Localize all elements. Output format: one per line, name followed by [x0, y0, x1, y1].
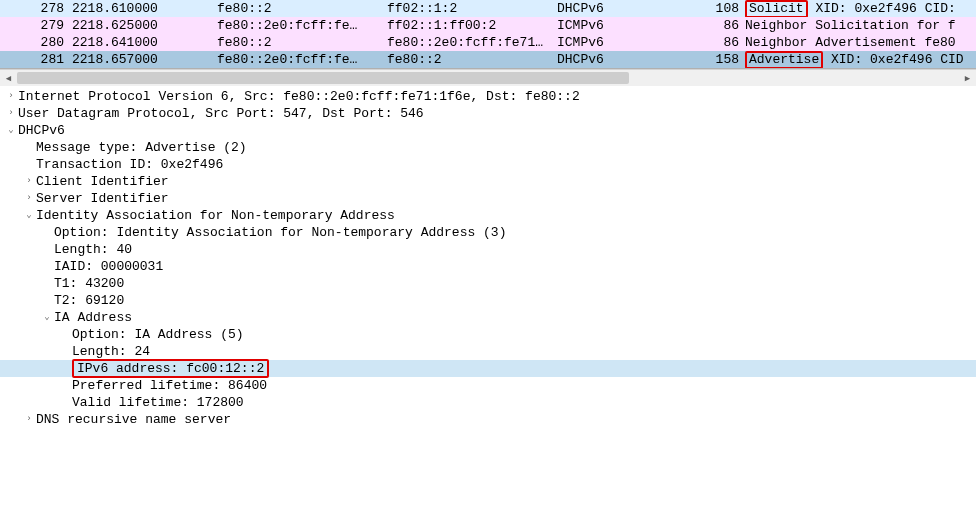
- highlight-advertise: Advertise: [745, 51, 823, 68]
- tree-label: Length: 40: [54, 241, 132, 258]
- col-protocol: DHCPv6: [555, 51, 695, 68]
- col-length: 108: [695, 0, 743, 17]
- col-info: Neighbor Advertisement fe80: [743, 34, 976, 51]
- tree-ia-addr-pref[interactable]: Preferred lifetime: 86400: [0, 377, 976, 394]
- tree-label: T2: 69120: [54, 292, 124, 309]
- tree-label: Transaction ID: 0xe2f496: [36, 156, 223, 173]
- tree-label: T1: 43200: [54, 275, 124, 292]
- col-protocol: ICMPv6: [555, 34, 695, 51]
- col-info: Solicit XID: 0xe2f496 CID:: [743, 0, 976, 17]
- tree-label: Length: 24: [72, 343, 150, 360]
- tree-msg-type[interactable]: Message type: Advertise (2): [0, 139, 976, 156]
- chevron-right-icon[interactable]: ›: [22, 175, 36, 189]
- tree-label: IAID: 00000031: [54, 258, 163, 275]
- col-number: 278: [0, 0, 70, 17]
- packet-row[interactable]: 280 2218.641000 fe80::2 fe80::2e0:fcff:f…: [0, 34, 976, 51]
- col-time: 2218.657000: [70, 51, 215, 68]
- tree-ia-na-option[interactable]: Option: Identity Association for Non-tem…: [0, 224, 976, 241]
- tree-label: DHCPv6: [18, 122, 65, 139]
- col-number: 280: [0, 34, 70, 51]
- col-time: 2218.625000: [70, 17, 215, 34]
- col-destination: ff02::1:2: [385, 0, 555, 17]
- tree-label: User Datagram Protocol, Src Port: 547, D…: [18, 105, 424, 122]
- col-number: 279: [0, 17, 70, 34]
- tree-client-id[interactable]: › Client Identifier: [0, 173, 976, 190]
- chevron-down-icon[interactable]: ⌄: [4, 124, 18, 138]
- col-length: 86: [695, 17, 743, 34]
- tree-txn-id[interactable]: Transaction ID: 0xe2f496: [0, 156, 976, 173]
- tree-ia-na-iaid[interactable]: IAID: 00000031: [0, 258, 976, 275]
- scroll-thumb[interactable]: [17, 72, 629, 84]
- tree-ia-na-t1[interactable]: T1: 43200: [0, 275, 976, 292]
- tree-ia-na[interactable]: ⌄ Identity Association for Non-temporary…: [0, 207, 976, 224]
- tree-label: Option: IA Address (5): [72, 326, 244, 343]
- chevron-right-icon[interactable]: ›: [22, 413, 36, 427]
- packet-list: 278 2218.610000 fe80::2 ff02::1:2 DHCPv6…: [0, 0, 976, 69]
- tree-ia-addr-length[interactable]: Length: 24: [0, 343, 976, 360]
- tree-label: Server Identifier: [36, 190, 169, 207]
- scroll-left-icon[interactable]: ◀: [0, 70, 17, 87]
- col-number: 281: [0, 51, 70, 68]
- col-info: Advertise XID: 0xe2f496 CID: [743, 51, 976, 68]
- tree-ia-address[interactable]: ⌄ IA Address: [0, 309, 976, 326]
- chevron-right-icon[interactable]: ›: [4, 90, 18, 104]
- tree-ipv6[interactable]: › Internet Protocol Version 6, Src: fe80…: [0, 88, 976, 105]
- tree-dhcpv6[interactable]: ⌄ DHCPv6: [0, 122, 976, 139]
- scroll-right-icon[interactable]: ▶: [959, 70, 976, 87]
- tree-label: IA Address: [54, 309, 132, 326]
- col-length: 86: [695, 34, 743, 51]
- tree-ia-addr-option[interactable]: Option: IA Address (5): [0, 326, 976, 343]
- tree-label: DNS recursive name server: [36, 411, 231, 428]
- col-destination: fe80::2: [385, 51, 555, 68]
- tree-label: Identity Association for Non-temporary A…: [36, 207, 395, 224]
- col-length: 158: [695, 51, 743, 68]
- chevron-down-icon[interactable]: ⌄: [40, 311, 54, 325]
- tree-ia-na-t2[interactable]: T2: 69120: [0, 292, 976, 309]
- tree-server-id[interactable]: › Server Identifier: [0, 190, 976, 207]
- tree-label: Client Identifier: [36, 173, 169, 190]
- chevron-right-icon[interactable]: ›: [22, 192, 36, 206]
- col-time: 2218.610000: [70, 0, 215, 17]
- chevron-right-icon[interactable]: ›: [4, 107, 18, 121]
- tree-label: Valid lifetime: 172800: [72, 394, 244, 411]
- packet-row[interactable]: 278 2218.610000 fe80::2 ff02::1:2 DHCPv6…: [0, 0, 976, 17]
- highlight-ipv6-address: IPv6 address: fc00:12::2: [72, 359, 269, 378]
- col-destination: fe80::2e0:fcff:fe71…: [385, 34, 555, 51]
- col-protocol: ICMPv6: [555, 17, 695, 34]
- col-source: fe80::2e0:fcff:fe…: [215, 51, 385, 68]
- highlight-solicit: Solicit: [745, 0, 808, 17]
- tree-label: Internet Protocol Version 6, Src: fe80::…: [18, 88, 580, 105]
- packet-details-pane: › Internet Protocol Version 6, Src: fe80…: [0, 86, 976, 428]
- tree-ia-addr-valid[interactable]: Valid lifetime: 172800: [0, 394, 976, 411]
- tree-label: Message type: Advertise (2): [36, 139, 247, 156]
- scroll-track[interactable]: [17, 70, 959, 86]
- col-protocol: DHCPv6: [555, 0, 695, 17]
- packet-list-scrollbar[interactable]: ◀ ▶: [0, 69, 976, 86]
- tree-dns-rns[interactable]: › DNS recursive name server: [0, 411, 976, 428]
- col-source: fe80::2e0:fcff:fe…: [215, 17, 385, 34]
- chevron-down-icon[interactable]: ⌄: [22, 209, 36, 223]
- packet-row-selected[interactable]: 281 2218.657000 fe80::2e0:fcff:fe… fe80:…: [0, 51, 976, 68]
- tree-ia-addr-ipv6[interactable]: IPv6 address: fc00:12::2: [0, 360, 976, 377]
- col-source: fe80::2: [215, 0, 385, 17]
- packet-row[interactable]: 279 2218.625000 fe80::2e0:fcff:fe… ff02:…: [0, 17, 976, 34]
- col-info: Neighbor Solicitation for f: [743, 17, 976, 34]
- col-source: fe80::2: [215, 34, 385, 51]
- tree-label: Option: Identity Association for Non-tem…: [54, 224, 506, 241]
- col-destination: ff02::1:ff00:2: [385, 17, 555, 34]
- col-time: 2218.641000: [70, 34, 215, 51]
- tree-ia-na-length[interactable]: Length: 40: [0, 241, 976, 258]
- tree-udp[interactable]: › User Datagram Protocol, Src Port: 547,…: [0, 105, 976, 122]
- tree-label: Preferred lifetime: 86400: [72, 377, 267, 394]
